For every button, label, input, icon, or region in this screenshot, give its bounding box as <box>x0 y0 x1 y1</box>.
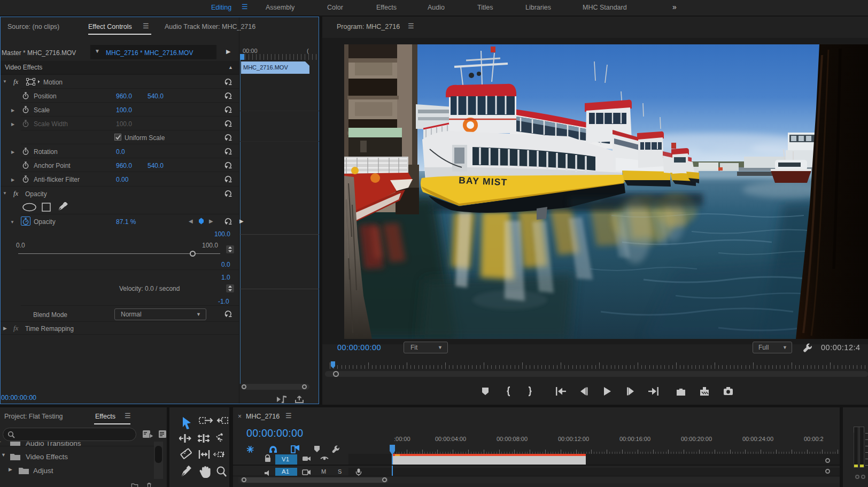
svg-text:BAY MIST: BAY MIST <box>459 175 508 188</box>
